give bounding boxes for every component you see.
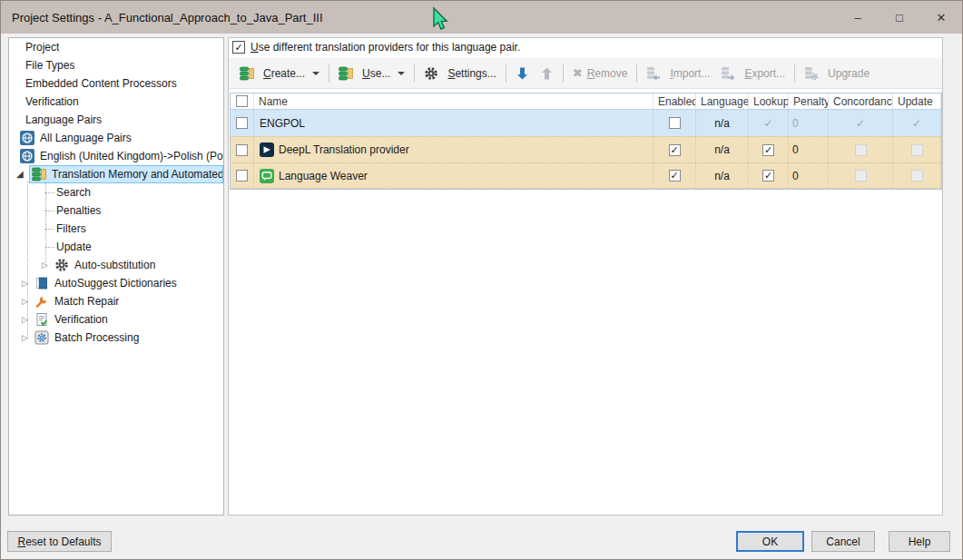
toolbar-separator [636,64,637,83]
languages-value: n/a [696,110,749,136]
tree-item-embedded-content-processors[interactable]: Embedded Content Processors [9,74,223,93]
providers-toolbar: Create... Use... Settings... [229,58,942,89]
column-header-concordance: Concordance [829,93,893,109]
tree-item-batch-processing[interactable]: ▷ Batch Processing [9,329,223,347]
expander-collapsed-icon[interactable]: ▷ [22,292,34,310]
tree-item-match-repair[interactable]: ▷ Match Repair [9,292,223,310]
column-header-update: Update [893,93,941,109]
select-all-checkbox[interactable] [236,95,248,107]
tree-item-autosuggest-dictionaries[interactable]: ▷ AutoSuggest Dictionaries [9,274,223,292]
lookup-checkbox[interactable] [762,144,774,156]
providers-table: Name Enabled Languages Lookup Penalty Co… [230,93,942,190]
chevron-down-icon[interactable] [312,72,319,75]
lookup-readonly-check-icon [763,117,772,130]
use-different-providers-checkbox[interactable]: ✓ [232,41,245,54]
languages-value: n/a [696,137,749,162]
penalty-value: 0 [789,137,829,162]
enabled-checkbox[interactable] [669,117,681,129]
title-bar: Project Settings - A_Functional_Approach… [1,1,962,34]
enabled-checkbox[interactable] [669,170,681,182]
table-row-deepl[interactable]: DeepL Translation provider n/a 0 [231,136,941,162]
translation-providers-panel: ✓ Use different translation providers fo… [228,37,943,516]
column-header-languages: Languages [696,93,749,109]
maximize-button[interactable]: □ [879,1,920,34]
column-header-enabled: Enabled [653,93,696,109]
concordance-readonly-check-icon [856,117,865,130]
tm-upgrade-icon [804,66,819,81]
expander-collapsed-icon[interactable]: ▷ [22,274,34,292]
provider-name: DeepL Translation provider [279,143,409,156]
deepl-icon [260,142,274,157]
help-button[interactable]: Help [889,531,950,552]
expander-expanded-icon[interactable]: ◢ [16,165,29,183]
update-checkbox [911,170,923,182]
create-button[interactable]: Create... [234,64,325,84]
use-different-providers-label: Use different translation providers for … [251,41,520,54]
move-up-button[interactable] [535,64,559,84]
row-checkbox[interactable] [236,170,248,182]
arrow-down-icon [516,66,529,81]
tm-icon [339,66,353,81]
minimize-button[interactable]: – [837,1,879,34]
tree-item-all-language-pairs[interactable]: All Language Pairs [9,129,223,147]
upgrade-button[interactable]: Upgrade [799,64,875,84]
remove-button[interactable]: ✖ Remove [567,64,634,83]
table-row-engpol[interactable]: ENGPOL n/a 0 [231,110,941,136]
close-button[interactable]: ✕ [920,1,962,34]
settings-tree: Project File Types Embedded Content Proc… [8,37,224,516]
tree-item-language-pairs[interactable]: Language Pairs [9,111,223,129]
settings-button[interactable]: Settings... [418,64,501,84]
expander-collapsed-icon[interactable]: ▷ [42,256,54,274]
toolbar-separator [414,64,415,83]
tree-item-file-types[interactable]: File Types [9,56,223,74]
gear-icon [54,258,69,272]
language-weaver-icon [260,169,274,183]
column-header-lookup: Lookup [749,93,789,109]
maximize-icon: □ [896,11,903,25]
tree-item-english-polish-pair[interactable]: English (United Kingdom)->Polish (Poland [9,147,223,165]
ok-button[interactable]: OK [736,531,804,552]
tree-item-verification-root[interactable]: Verification [9,93,223,111]
toolbar-separator [506,64,506,83]
tree-item-filters[interactable]: Filters [9,220,223,238]
tree-item-project[interactable]: Project [9,38,223,56]
tree-selection-highlight: Translation Memory and Automated Tr [29,165,223,183]
cancel-button[interactable]: Cancel [811,531,875,552]
row-checkbox[interactable] [236,144,248,156]
toolbar-separator [563,64,564,83]
arrow-up-icon [540,66,554,81]
tree-item-penalties[interactable]: Penalties [9,201,223,220]
book-icon [34,276,49,290]
minimize-icon: – [854,11,860,25]
move-down-button[interactable] [510,64,535,84]
window-controls: – □ ✕ [837,1,962,34]
reset-to-defaults-button[interactable]: Reset to Defaults [7,531,112,552]
language-pair-icon [20,131,34,145]
tree-item-auto-substitution[interactable]: ▷ Auto-substitution [9,256,223,274]
tree-item-verification[interactable]: ▷ Verification [9,310,223,329]
concordance-checkbox [855,144,867,156]
expander-collapsed-icon[interactable]: ▷ [22,310,34,329]
penalty-value: 0 [789,110,829,136]
chevron-down-icon[interactable] [398,72,405,75]
provider-name: Language Weaver [279,170,368,182]
use-button[interactable]: Use... [333,64,410,84]
tree-item-search[interactable]: Search [9,183,223,201]
tm-icon [240,66,254,81]
language-pair-icon [20,149,34,163]
toolbar-separator [329,64,329,83]
translation-memory-icon [32,167,46,182]
enabled-checkbox[interactable] [669,144,681,156]
import-button[interactable]: Import... [641,64,715,84]
row-checkbox[interactable] [236,117,248,129]
tm-import-icon [646,66,661,81]
expander-collapsed-icon[interactable]: ▷ [22,329,34,347]
project-settings-dialog: Project Settings - A_Functional_Approach… [0,0,963,560]
tree-item-update[interactable]: Update [9,238,223,256]
table-header-row: Name Enabled Languages Lookup Penalty Co… [231,93,941,110]
table-row-language-weaver[interactable]: Language Weaver n/a 0 [231,162,941,189]
export-button[interactable]: Export... [715,64,791,84]
lookup-checkbox[interactable] [762,170,774,182]
tree-item-translation-memory[interactable]: ◢ Translation Memory and Automated Tr [9,165,223,183]
gear-icon [424,66,438,81]
